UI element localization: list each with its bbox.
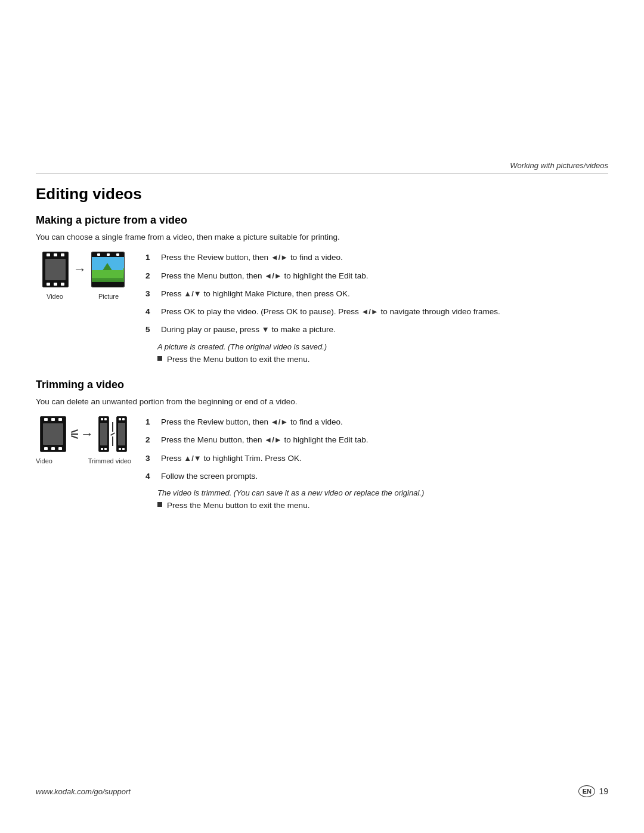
main-content: Editing videos Making a picture from a v… [36, 185, 608, 518]
trim-step-1: 1 Press the Review button, then ◄/► to f… [145, 416, 608, 428]
section1-intro: You can choose a single frame from a vid… [36, 231, 608, 243]
sprocket [54, 253, 57, 256]
sprocket [101, 448, 103, 450]
section2-bullet: Press the Menu button to exit the menu. [157, 500, 608, 512]
section1-title: Making a picture from a video [36, 214, 608, 227]
tp-sp-top [117, 417, 126, 422]
lr-nav-icon: ◄/► [271, 252, 288, 264]
sprockets-top [41, 417, 66, 422]
video-label-container: Video [42, 292, 68, 300]
step-5: 5 During play or pause, press ▼ to make … [145, 324, 608, 336]
picture-label: Picture [98, 293, 119, 300]
sprocket [122, 448, 125, 450]
pic-top-strip [92, 252, 124, 257]
trim-video-label-container: Video [36, 456, 52, 465]
picture-label-container: Picture [92, 292, 125, 300]
section2-content: → [36, 416, 608, 512]
sprocket [54, 283, 57, 286]
trim-strip-row: → [40, 416, 127, 452]
cut-line [71, 435, 78, 439]
sprocket [47, 253, 50, 256]
section1-images: → [36, 252, 131, 300]
sprocket [122, 418, 125, 420]
step-2: 2 Press the Menu button, then ◄/► to hig… [145, 270, 608, 282]
lr-nav-icon: ◄/► [264, 434, 281, 446]
trimmed-result [98, 416, 127, 452]
lr-nav-icon: ◄/► [264, 270, 281, 282]
cut-mark [110, 432, 115, 436]
page: Working with pictures/videos Editing vid… [0, 0, 644, 833]
lr-nav-icon: ◄/► [361, 306, 378, 318]
lang-badge: EN [578, 785, 595, 797]
pic-bottom-strip [92, 282, 124, 287]
trim-video-label: Video [36, 457, 52, 465]
trim-frame [100, 423, 107, 445]
trim-step-2: 2 Press the Menu button, then ◄/► to hig… [145, 434, 608, 446]
bullet-icon [157, 502, 162, 507]
section1-content: → [36, 252, 608, 366]
spacer [73, 292, 87, 300]
trim-step-3: 3 Press ▲/▼ to highlight Trim. Press OK. [145, 453, 608, 465]
step-4: 4 Press OK to play the video. (Press OK … [145, 306, 608, 318]
section2-intro: You can delete an unwanted portion from … [36, 396, 608, 408]
section2-bullet-text: Press the Menu button to exit the menu. [167, 500, 309, 512]
section1-bullet-text: Press the Menu button to exit the menu. [167, 354, 309, 366]
lr-nav-icon: ◄/► [271, 416, 288, 428]
film-frame [43, 423, 63, 445]
trimmed-video-label: Trimmed video [88, 457, 131, 465]
film-strip-row: → [42, 252, 125, 287]
sprocket [51, 447, 55, 450]
sprocket [51, 418, 55, 421]
sprocket [119, 448, 121, 450]
sprocket [116, 253, 119, 256]
video-filmstrip [42, 252, 69, 287]
middle-cut [110, 422, 115, 446]
trim-frame [118, 423, 125, 445]
film-frame [45, 259, 66, 280]
svg-rect-2 [92, 270, 123, 278]
cut-line [71, 429, 78, 433]
sprocket [58, 418, 62, 421]
image-labels: Video Picture [42, 292, 125, 300]
picture-frame [91, 252, 125, 287]
cut-mark [112, 422, 113, 432]
bullet-icon [157, 356, 162, 361]
section2-title: Trimming a video [36, 379, 608, 391]
section1-steps: 1 Press the Review button, then ◄/► to f… [145, 252, 608, 366]
sprocket [44, 418, 48, 421]
trim-arrow-icon: → [80, 426, 94, 442]
tp-sp-bottom [117, 447, 126, 451]
header-area: Working with pictures/videos [36, 161, 608, 185]
page-title: Editing videos [36, 185, 608, 203]
sprocket [101, 418, 103, 420]
ud-nav-icon: ▲/▼ [184, 453, 201, 465]
down-nav-icon: ▼ [262, 324, 270, 336]
step-3: 3 Press ▲/▼ to highlight Make Picture, t… [145, 288, 608, 300]
page-footer: www.kodak.com/go/support EN 19 [36, 785, 608, 797]
sprocket [61, 253, 64, 256]
section1-bullet: Press the Menu button to exit the menu. [157, 354, 608, 366]
footer-url: www.kodak.com/go/support [36, 787, 131, 796]
sprocket [119, 418, 121, 420]
page-number-area: EN 19 [578, 785, 608, 797]
arrow-icon: → [73, 262, 86, 277]
sprocket [104, 448, 107, 450]
picture-scene [92, 257, 124, 282]
page-number: 19 [599, 786, 608, 796]
sprocket [58, 447, 62, 450]
trim-result-label-container: Trimmed video [88, 456, 131, 465]
sprocket [44, 447, 48, 450]
header-divider [36, 174, 608, 174]
steps-list: 1 Press the Review button, then ◄/► to f… [145, 252, 608, 336]
trim-step-4: 4 Follow the screen prompts. [145, 470, 608, 482]
section1-italic-note: A picture is created. (The original vide… [157, 342, 608, 351]
step-1: 1 Press the Review button, then ◄/► to f… [145, 252, 608, 264]
trim-steps-list: 1 Press the Review button, then ◄/► to f… [145, 416, 608, 482]
cut-lines [71, 431, 78, 438]
tp-sp-bottom [99, 447, 109, 451]
section2-italic-note: The video is trimmed. (You can save it a… [157, 488, 608, 497]
sprocket [47, 283, 50, 286]
chapter-title: Working with pictures/videos [36, 161, 608, 170]
cut-line [71, 433, 78, 435]
video-label: Video [47, 293, 63, 300]
